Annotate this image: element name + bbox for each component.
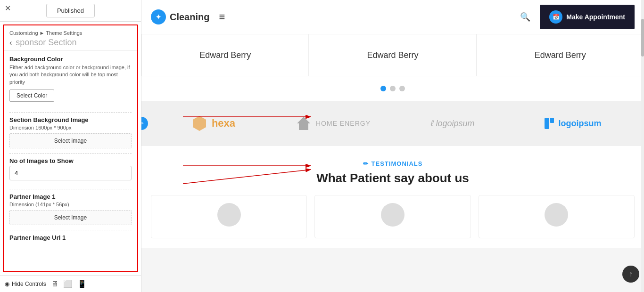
customizing-header: Customizing ► Theme Settings ‹ sponsor S… bbox=[4, 25, 137, 51]
home-energy-text: HOME ENERGY bbox=[316, 120, 371, 127]
desktop-icon-button[interactable]: 🖥 bbox=[51, 280, 58, 288]
svg-rect-2 bbox=[545, 118, 549, 129]
back-button[interactable]: ‹ bbox=[9, 39, 12, 47]
bg-image-label: Section Background Image bbox=[9, 116, 132, 123]
appointment-label: Make Appointment bbox=[566, 13, 625, 21]
main-scrollbar[interactable] bbox=[641, 0, 644, 292]
testimonials-cards bbox=[151, 195, 635, 238]
dot-3[interactable] bbox=[399, 86, 405, 91]
section-title-text: sponsor Section bbox=[16, 38, 76, 47]
tablet-icon-button[interactable]: ⬜ bbox=[63, 279, 73, 288]
hamburger-icon[interactable]: ≡ bbox=[219, 11, 225, 23]
edit-pencil-icon: ✏ bbox=[141, 120, 144, 127]
left-panel: ✕ Published Customizing ► Theme Settings… bbox=[0, 0, 141, 292]
partner-image-url-1-label: Partner Image Url 1 bbox=[9, 234, 132, 241]
avatar-3 bbox=[545, 203, 568, 227]
site-logo: ✦ Cleaning bbox=[151, 9, 209, 24]
svg-rect-3 bbox=[550, 118, 554, 123]
testimonial-card-1 bbox=[151, 195, 307, 238]
site-navbar: ✦ Cleaning ≡ 🔍 📅 Make Appointment bbox=[141, 0, 644, 34]
sponsor-logo-logoipsum-1: ℓ logoipsum bbox=[400, 119, 505, 129]
testimonial-card-3 bbox=[479, 195, 635, 238]
partner-image-1-label: Partner Image 1 bbox=[9, 193, 132, 200]
home-energy-icon bbox=[295, 115, 312, 132]
scrollbar-thumb[interactable] bbox=[641, 19, 644, 57]
close-button[interactable]: ✕ bbox=[5, 4, 11, 13]
divider-3 bbox=[9, 189, 132, 189]
person-name-1: Edward Berry bbox=[199, 50, 251, 60]
main-content: ✦ Cleaning ≡ 🔍 📅 Make Appointment Edward… bbox=[141, 0, 644, 292]
hide-controls-label: Hide Controls bbox=[12, 281, 46, 287]
testimonials-label: ✏ TESTIMONIALS bbox=[151, 160, 635, 167]
bg-image-dimension: Dimension 1600px * 900px bbox=[9, 125, 132, 130]
calendar-icon: 📅 bbox=[553, 14, 560, 20]
dot-1[interactable] bbox=[380, 86, 386, 91]
section-title: sponsor Section bbox=[16, 38, 76, 48]
hide-controls-button[interactable]: ◉ Hide Controls bbox=[5, 281, 46, 287]
testimonials-section: ✏ TESTIMONIALS What Patient say about us bbox=[141, 146, 644, 248]
bottom-controls: ◉ Hide Controls 🖥 ⬜ 📱 bbox=[0, 275, 141, 292]
divider-1 bbox=[9, 112, 132, 113]
eye-icon: ◉ bbox=[5, 281, 9, 287]
sponsor-section: ✏ hexa HOME ENERGY ℓ logoipsum logoipsum bbox=[141, 101, 644, 146]
hexa-hex-icon bbox=[191, 115, 208, 132]
testimonials-heading: What Patient say about us bbox=[151, 171, 635, 186]
slider-card-1: Edward Berry bbox=[141, 34, 309, 76]
sponsor-logo-home-energy: HOME ENERGY bbox=[280, 115, 386, 132]
slider-cards-row: Edward Berry Edward Berry Edward Berry bbox=[141, 34, 644, 76]
sponsor-edit-button[interactable]: ✏ bbox=[141, 117, 148, 130]
testimonial-card-2 bbox=[314, 195, 471, 238]
slider-card-3: Edward Berry bbox=[477, 34, 644, 76]
sponsor-logo-logoipsum-2: logoipsum bbox=[520, 117, 625, 130]
logoipsum-2-text: logoipsum bbox=[559, 119, 602, 129]
no-of-images-input[interactable] bbox=[9, 166, 132, 180]
panel-content: Background Color Either add background c… bbox=[4, 51, 137, 271]
dot-2[interactable] bbox=[390, 86, 396, 91]
appointment-icon: 📅 bbox=[549, 10, 562, 24]
logoipsum-2-icon bbox=[544, 117, 555, 130]
top-bar: ✕ Published bbox=[0, 0, 141, 22]
logo-icon: ✦ bbox=[151, 9, 166, 24]
divider-2 bbox=[9, 153, 132, 154]
svg-marker-1 bbox=[297, 117, 310, 130]
bg-color-label: Background Color bbox=[9, 56, 132, 63]
hexa-text: hexa bbox=[212, 117, 235, 130]
scroll-up-button[interactable]: ↑ bbox=[622, 266, 639, 283]
sponsor-logo-hexa: hexa bbox=[160, 115, 266, 132]
no-of-images-label: No of Images to Show bbox=[9, 157, 132, 164]
partner-image-1-dimension: Dimension (141px * 56px) bbox=[9, 202, 132, 207]
select-partner-image-1-button[interactable]: Select image bbox=[9, 210, 132, 225]
published-button[interactable]: Published bbox=[46, 4, 95, 17]
avatar-2 bbox=[381, 203, 405, 227]
select-bg-image-button[interactable]: Select image bbox=[9, 133, 132, 148]
testimonials-text: TESTIMONIALS bbox=[372, 160, 423, 167]
breadcrumb: Customizing ► Theme Settings bbox=[9, 30, 132, 36]
slider-card-2: Edward Berry bbox=[309, 34, 476, 76]
person-name-2: Edward Berry bbox=[367, 50, 418, 60]
avatar-1 bbox=[217, 203, 241, 227]
mobile-icon-button[interactable]: 📱 bbox=[77, 279, 87, 288]
divider-4 bbox=[9, 230, 132, 230]
logoipsum-1-text: ℓ logoipsum bbox=[431, 119, 475, 129]
testimonials-icon: ✏ bbox=[363, 160, 369, 167]
scroll-up-icon: ↑ bbox=[629, 270, 633, 278]
slider-dots-section bbox=[141, 76, 644, 101]
svg-marker-0 bbox=[193, 116, 206, 131]
logo-star-icon: ✦ bbox=[156, 13, 161, 21]
person-name-3: Edward Berry bbox=[535, 50, 586, 60]
search-icon[interactable]: 🔍 bbox=[520, 12, 530, 22]
select-color-button[interactable]: Select Color bbox=[9, 89, 54, 102]
bg-color-description: Either add background color or backgroun… bbox=[9, 64, 132, 86]
make-appointment-button[interactable]: 📅 Make Appointment bbox=[540, 5, 635, 29]
close-icon: ✕ bbox=[5, 4, 11, 12]
customizing-panel: Customizing ► Theme Settings ‹ sponsor S… bbox=[3, 24, 138, 272]
brand-name: Cleaning bbox=[170, 12, 209, 23]
